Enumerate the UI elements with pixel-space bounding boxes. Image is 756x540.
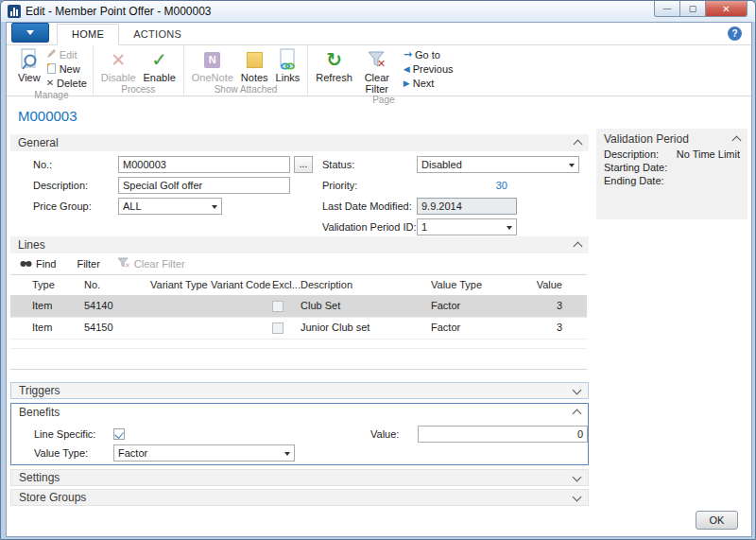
enable-check-icon: ✓ <box>151 47 167 72</box>
table-row[interactable]: Item 54140 Club Set Factor 3 <box>10 296 587 318</box>
tab-home[interactable]: HOME <box>57 24 119 45</box>
col-variant-type[interactable]: Variant Type <box>150 275 208 295</box>
group-label-show-attached: Show Attached <box>188 84 303 96</box>
validation-period-factbox: Validation Period Description: No Time L… <box>596 129 747 219</box>
ribbon-group-manage: View Edit New ✕ Delete <box>10 45 94 96</box>
factbox-row: Ending Date: <box>596 174 747 187</box>
notes-button[interactable]: Notes <box>237 45 272 83</box>
page-title: M000003 <box>18 108 77 124</box>
group-label-manage: Manage <box>14 90 89 101</box>
col-type[interactable]: Type <box>32 275 55 295</box>
validation-period-id-select[interactable]: 1 <box>417 218 517 235</box>
fasttab-store-groups-header[interactable]: Store Groups <box>10 489 589 506</box>
window-title: Edit - Member Point Offer - M000003 <box>26 5 212 18</box>
help-icon[interactable]: ? <box>728 26 742 41</box>
tab-actions[interactable]: ACTIONS <box>119 25 196 44</box>
link-document-icon <box>278 47 297 72</box>
disable-button: ✕ Disable <box>97 45 140 83</box>
previous-button[interactable]: ◀ Previous <box>402 61 455 76</box>
description-label: Description: <box>33 177 88 194</box>
fasttab-benefits-header[interactable]: Benefits <box>11 404 588 421</box>
fasttab-general-header[interactable]: General <box>10 134 589 151</box>
filter-button[interactable]: Filter <box>77 258 99 270</box>
priority-field[interactable]: 30 <box>417 177 507 194</box>
chevron-up-icon <box>573 409 582 419</box>
binoculars-icon <box>20 258 32 270</box>
last-date-modified-label: Last Date Modified: <box>322 198 412 215</box>
excl-checkbox[interactable] <box>272 301 284 312</box>
application-menu-button[interactable] <box>11 23 49 43</box>
svg-text:✕: ✕ <box>125 262 130 269</box>
view-button[interactable]: View <box>14 45 44 83</box>
pencil-icon <box>46 48 57 61</box>
new-button[interactable]: New <box>44 61 89 76</box>
maximize-button[interactable]: ▢ <box>680 1 706 17</box>
edit-button: Edit <box>44 47 89 61</box>
fasttab-triggers-header[interactable]: Triggers <box>10 382 589 399</box>
find-button[interactable]: Find <box>36 258 56 270</box>
col-value[interactable]: Value <box>498 275 562 295</box>
chevron-down-icon <box>26 30 34 35</box>
disable-x-icon: ✕ <box>111 47 126 72</box>
ribbon-group-process: ✕ Disable ✓ Enable Process <box>94 45 184 96</box>
sticky-note-icon <box>247 47 263 72</box>
delete-button[interactable]: ✕ Delete <box>44 76 89 90</box>
view-document-icon <box>19 47 40 72</box>
clear-filter-funnel-icon: ✕ <box>117 257 130 270</box>
close-button[interactable]: ✕ <box>706 1 747 17</box>
minimize-button[interactable]: — <box>654 1 680 17</box>
next-button[interactable]: ▶ Next <box>402 76 455 90</box>
ribbon-group-show-attached: N OneNote Notes Links Show Attached <box>184 45 308 96</box>
refresh-button[interactable]: ↻ Refresh <box>312 45 356 83</box>
nav-app-icon <box>8 5 21 18</box>
chevron-up-icon <box>574 140 583 149</box>
value-type-select[interactable]: Factor <box>113 444 295 462</box>
ribbon-tab-row: HOME ACTIONS ? <box>7 23 751 45</box>
clear-filter-button[interactable]: ✕ Clear Filter <box>356 45 398 95</box>
validation-period-id-label: Validation Period ID: <box>322 218 416 235</box>
status-select[interactable]: Disabled <box>417 156 579 173</box>
line-specific-checkbox[interactable] <box>113 428 125 440</box>
links-button[interactable]: Links <box>272 45 304 83</box>
client-area: HOME ACTIONS ? View Edit <box>6 22 752 537</box>
dropdown-arrow-icon <box>284 452 290 456</box>
price-group-select[interactable]: ALL <box>118 198 222 215</box>
col-excl[interactable]: Excl... <box>272 275 301 295</box>
col-value-type[interactable]: Value Type <box>431 275 482 295</box>
factbox-value[interactable]: No Time Limit <box>677 148 740 160</box>
clear-filter-funnel-icon: ✕ <box>367 47 387 72</box>
no-label: No.: <box>33 156 52 173</box>
chevron-down-icon <box>573 385 582 394</box>
arrow-left-triangle-icon: ◀ <box>404 64 410 74</box>
app-window: Edit - Member Point Offer - M000003 — ▢ … <box>0 0 756 540</box>
fasttab-lines-header[interactable]: Lines <box>10 236 589 253</box>
title-bar: Edit - Member Point Offer - M000003 — ▢ … <box>1 1 755 22</box>
enable-button[interactable]: ✓ Enable <box>140 45 180 83</box>
ribbon: View Edit New ✕ Delete <box>7 45 751 96</box>
dropdown-arrow-icon <box>507 226 512 230</box>
col-variant-code[interactable]: Variant Code <box>211 275 270 295</box>
col-no[interactable]: No. <box>84 275 100 295</box>
fasttab-benefits: Benefits Line Specific: Value Type: Fact… <box>10 403 589 465</box>
group-label-process: Process <box>97 84 180 96</box>
chevron-up-icon <box>732 136 742 146</box>
fasttab-settings-header[interactable]: Settings <box>10 469 589 486</box>
onenote-icon: N <box>204 47 220 72</box>
new-page-icon <box>46 62 57 76</box>
description-field[interactable]: Special Golf offer <box>118 177 290 194</box>
value-field[interactable]: 0 <box>418 426 588 443</box>
arrow-right-triangle-icon: ▶ <box>404 78 410 88</box>
chevron-up-icon <box>574 242 583 252</box>
ok-button[interactable]: OK <box>696 511 738 530</box>
table-row[interactable]: Item 54150 Junior Club set Factor 3 <box>10 318 587 340</box>
factbox-header[interactable]: Validation Period <box>596 129 747 148</box>
value-label: Value: <box>370 426 399 443</box>
lines-toolbar: Find Filter ✕ Clear Filter <box>10 255 589 272</box>
excl-checkbox[interactable] <box>272 322 284 334</box>
goto-button[interactable]: → Go to <box>402 47 455 61</box>
onenote-button: N OneNote <box>188 45 237 83</box>
col-description[interactable]: Description <box>301 275 352 295</box>
no-field[interactable]: M000003 <box>118 156 290 173</box>
grid-separator <box>10 348 587 349</box>
assist-edit-button[interactable]: ... <box>294 156 313 173</box>
